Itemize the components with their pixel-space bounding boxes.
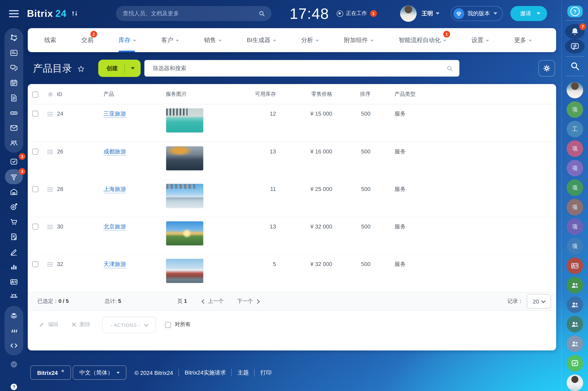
sliders-icon[interactable] — [71, 10, 79, 17]
sidebar-item-help-question-icon[interactable]: ? — [4, 379, 23, 391]
sidebar-item-marketing-target-icon[interactable] — [4, 199, 23, 214]
product-image-tianjin[interactable] — [166, 259, 203, 283]
plan-button[interactable]: 我的版本 — [451, 6, 503, 21]
sidebar-item-crm-funnel-icon[interactable]: 3 — [4, 169, 23, 184]
tab-BI生成器[interactable]: BI生成器 — [247, 28, 276, 52]
col-header-type[interactable]: 产品类型 — [371, 84, 551, 104]
chat-avatar-text[interactable]: 项 — [567, 199, 583, 215]
sidebar-item-warehouse-icon[interactable] — [4, 184, 23, 199]
records-select[interactable]: 20 — [527, 294, 551, 308]
sidebar-item-mail-icon[interactable] — [4, 120, 23, 135]
favorite-star-icon[interactable] — [77, 65, 85, 74]
messenger-exchange-button[interactable] — [565, 39, 585, 54]
tab-附加组件[interactable]: 附加组件 — [344, 28, 374, 52]
chat-avatar-text[interactable]: 项 — [567, 101, 583, 118]
drag-handle-icon[interactable] — [47, 112, 53, 116]
invite-button[interactable]: 邀请 — [510, 6, 547, 21]
drag-handle-icon[interactable] — [47, 150, 53, 154]
chat-avatar-text[interactable]: 项 — [567, 238, 583, 254]
product-image-chengdu[interactable] — [166, 146, 203, 171]
global-search-input[interactable]: 查找人员、文档及更多 — [116, 6, 272, 21]
chat-avatar-people-icon[interactable] — [567, 277, 583, 293]
chat-avatar-text[interactable]: 项 — [567, 218, 583, 235]
product-image-sanya[interactable] — [166, 108, 203, 133]
select-all-checkbox[interactable] — [32, 91, 38, 98]
header-gear-icon[interactable] — [47, 84, 57, 104]
footer-link-implementation[interactable]: Bitrix24实施请求 — [185, 369, 226, 376]
create-dropdown[interactable] — [125, 67, 141, 69]
sidebar-item-shop-cart-icon[interactable] — [4, 214, 23, 229]
row-checkbox[interactable] — [32, 186, 38, 192]
sidebar-item-e-signature-icon[interactable] — [4, 244, 23, 259]
user-avatar[interactable] — [400, 5, 417, 22]
product-image-beijing[interactable] — [166, 221, 203, 246]
bitrix24-logo[interactable]: Bitrix 24 — [27, 8, 67, 19]
search-icon[interactable] — [446, 65, 453, 72]
sidebar-item-contact-card-icon[interactable] — [4, 274, 23, 289]
row-checkbox[interactable] — [32, 224, 38, 230]
sidebar-item-chevron-down-circle-icon[interactable] — [4, 357, 23, 372]
tab-设置[interactable]: 设置 — [471, 28, 489, 52]
row-checkbox[interactable] — [32, 149, 38, 155]
chat-avatar-photo[interactable] — [567, 82, 583, 98]
product-link[interactable]: 三亚旅游 — [103, 110, 126, 118]
actions-dropdown[interactable]: - ACTIONS - — [102, 317, 156, 333]
col-header-sort[interactable]: 排序 — [332, 84, 370, 104]
tab-交易[interactable]: 交易2 — [82, 28, 93, 52]
footer-link-print[interactable]: 打印 — [260, 369, 272, 376]
sidebar-item-messenger-icon[interactable] — [4, 60, 23, 75]
bitrix24-footer-button[interactable]: Bitrix24® — [30, 365, 71, 380]
chat-avatar-people-icon[interactable] — [567, 335, 583, 352]
sidebar-item-ai-robot-icon[interactable] — [4, 289, 23, 304]
tab-库存[interactable]: 库存 — [119, 28, 136, 52]
delete-button[interactable]: 删除 — [71, 321, 90, 328]
product-link[interactable]: 成都旅游 — [103, 148, 126, 156]
drag-handle-icon[interactable] — [47, 225, 53, 229]
product-link[interactable]: 天津旅游 — [103, 261, 126, 268]
user-menu[interactable]: 王明 — [422, 10, 439, 17]
col-header-stock[interactable]: 可用库存 — [251, 84, 276, 104]
product-link[interactable]: 北京旅游 — [103, 223, 126, 231]
tab-线索[interactable]: 线索 — [44, 28, 56, 52]
footer-link-theme[interactable]: 主题 — [238, 369, 249, 376]
create-button[interactable]: 创建 — [98, 60, 141, 77]
sidebar-item-feed-icon[interactable] — [4, 45, 23, 60]
tab-更多[interactable]: 更多 — [514, 28, 532, 52]
tab-销售[interactable]: 销售 — [204, 28, 222, 52]
chat-avatar-contact-card-icon[interactable] — [567, 257, 583, 274]
help-button[interactable]: ? — [567, 5, 583, 17]
sidebar-item-dev-code-icon[interactable] — [4, 338, 23, 353]
col-header-product[interactable]: 产品 — [103, 84, 166, 104]
sidebar-item-documents-icon[interactable] — [4, 91, 23, 105]
language-select-button[interactable]: 中文（简体） — [73, 365, 126, 380]
work-status[interactable]: 正在工作 1 — [336, 10, 377, 17]
search-icon[interactable] — [258, 10, 266, 17]
drag-handle-icon[interactable] — [47, 262, 53, 267]
chat-avatar-text[interactable]: 工 — [567, 121, 583, 137]
sidebar-item-calendar-icon[interactable] — [4, 75, 23, 90]
for-all-checkbox[interactable] — [165, 322, 171, 328]
chat-avatar-text[interactable]: 项 — [567, 179, 583, 196]
sidebar-item-stack-box-icon[interactable] — [4, 308, 23, 323]
sidebar-item-bi-chart-icon[interactable] — [4, 259, 23, 274]
col-header-id[interactable]: ID — [57, 84, 103, 104]
hamburger-menu-icon[interactable] — [9, 10, 19, 17]
sidebar-item-drive-icon[interactable] — [4, 105, 23, 120]
sidebar-item-market-icon[interactable] — [4, 323, 23, 338]
chat-avatar-text[interactable]: 项 — [567, 160, 583, 176]
product-link[interactable]: 上海旅游 — [103, 186, 126, 193]
notifications-button[interactable]: 7 — [565, 24, 585, 39]
sidebar-item-doc-sign-icon[interactable] — [4, 229, 23, 244]
chat-avatar-people-icon[interactable] — [567, 296, 583, 313]
col-header-price[interactable]: 零售价格 — [276, 84, 332, 104]
filter-search-input[interactable]: 筛选器和搜索 — [144, 60, 459, 77]
chat-avatar-text[interactable]: 项 — [567, 140, 583, 157]
clock-time[interactable]: 17:48 — [290, 5, 329, 22]
tab-客户[interactable]: 客户 — [161, 28, 179, 52]
row-checkbox[interactable] — [32, 261, 38, 267]
grid-settings-button[interactable] — [539, 60, 555, 77]
col-header-image[interactable]: 服务图片 — [166, 84, 251, 104]
chat-avatar-check-icon[interactable] — [567, 355, 583, 372]
sidebar-item-employees-icon[interactable] — [4, 135, 23, 150]
sidebar-item-network-icon[interactable] — [4, 30, 23, 45]
